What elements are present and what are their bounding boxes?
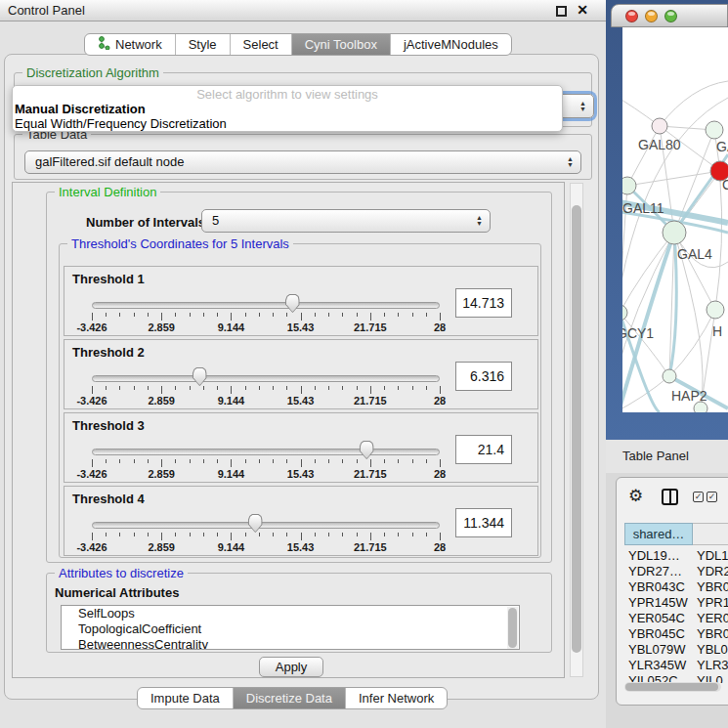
slider-thumb[interactable]	[248, 514, 263, 533]
GAL4-node[interactable]	[663, 221, 686, 244]
threshold-slider[interactable]: -3.4262.8599.14415.4321.71528	[92, 340, 440, 410]
slider-tick	[342, 386, 343, 390]
dropdown-item[interactable]: Equal Width/Frequency Discretization	[13, 116, 562, 131]
tab-discretize-data[interactable]: Discretize Data	[234, 688, 346, 708]
slider-tick	[245, 459, 246, 463]
dropdown-prompt[interactable]: Select algorithm to view settings	[13, 87, 562, 102]
table-cell: YBL079W	[624, 642, 693, 658]
dropdown-item[interactable]: Manual Discretization	[13, 102, 562, 116]
slider-tick-label: 21.715	[354, 321, 387, 333]
slider-thumb[interactable]	[360, 441, 374, 459]
threshold-value-field[interactable]: 11.344	[455, 508, 512, 537]
number-of-intervals-combo[interactable]: 5 ▲▼	[201, 209, 491, 233]
HAP2-node[interactable]	[663, 369, 676, 383]
slider-tick	[231, 313, 232, 321]
slider-tick-label: 28	[434, 468, 446, 480]
slider-tick	[217, 459, 218, 463]
slider-track[interactable]	[92, 522, 440, 529]
attributes-list-scrollbar[interactable]	[507, 607, 518, 650]
table-row[interactable]: YLR345WYLR3	[624, 658, 728, 673]
settings-vertical-scrollbar[interactable]	[570, 183, 583, 677]
table-row[interactable]: YDR27…YDR2	[624, 564, 728, 579]
minimize-traffic-light-icon[interactable]	[645, 10, 658, 22]
slider-tick	[357, 459, 358, 463]
tab-impute-data[interactable]: Impute Data	[138, 688, 234, 708]
table-row[interactable]: YER054CYER0	[624, 611, 728, 626]
right-node[interactable]	[707, 301, 724, 319]
slider-tick	[245, 386, 246, 390]
slider-tick	[357, 386, 358, 390]
close-traffic-light-icon[interactable]	[625, 10, 638, 22]
slider-tick-label: 21.715	[354, 468, 387, 480]
slider-track[interactable]	[92, 302, 440, 309]
tab-cyni-toolbox[interactable]: Cyni Toolbox	[292, 34, 391, 55]
table-horizontal-scrollbar[interactable]	[624, 682, 721, 692]
tab-jactivemnodules[interactable]: jActiveMNodules	[391, 34, 511, 55]
slider-tick	[357, 533, 358, 536]
gear-icon[interactable]: ⚙	[628, 486, 643, 506]
threshold-slider[interactable]: -3.4262.8599.14415.4321.71528	[92, 413, 440, 484]
cyni-mode-tab-bar: Impute DataDiscretize DataInfer Network	[137, 687, 448, 709]
slider-tick-label: -3.426	[76, 468, 107, 480]
slider-tick	[231, 386, 232, 394]
slider-tick	[440, 313, 441, 321]
threshold-value-field[interactable]: 6.316	[455, 362, 512, 391]
threshold-value-field[interactable]: 14.713	[455, 288, 512, 318]
slider-tick	[175, 459, 176, 463]
interval-definition-group: Interval Definition Number of Intervals …	[46, 192, 552, 563]
threshold-panel: Threshold 2-3.4262.8599.14415.4321.71528…	[64, 339, 538, 409]
slider-thumb-face	[286, 295, 299, 312]
tab-network[interactable]: Network	[85, 34, 176, 55]
table-row[interactable]: YBL079WYBL0	[624, 642, 728, 658]
threshold-value-field[interactable]: 21.4	[455, 435, 512, 464]
slider-tick	[342, 313, 343, 317]
threshold-slider[interactable]: -3.4262.8599.14415.4321.71528	[92, 267, 440, 337]
slider-thumb[interactable]	[193, 367, 207, 386]
slider-tick-label: 15.43	[287, 541, 315, 553]
GAL80-node[interactable]	[652, 118, 667, 134]
slider-track[interactable]	[92, 449, 440, 455]
float-window-icon[interactable]	[556, 6, 567, 17]
table-column-header[interactable]: shared…	[624, 523, 693, 545]
table-row[interactable]: YPR145WYPR1	[624, 595, 728, 611]
table-column-header[interactable]: na	[693, 523, 728, 545]
table-data-combo[interactable]: galFiltered.sif default node ▲▼	[24, 150, 581, 174]
attribute-list-item[interactable]: BetweennessCentrality	[62, 637, 519, 650]
slider-tick	[412, 533, 413, 536]
split-columns-icon[interactable]	[662, 489, 678, 505]
tab-select[interactable]: Select	[231, 34, 292, 55]
panel-tab-bar: NetworkStyleSelectCyni ToolboxjActiveMNo…	[84, 33, 512, 56]
GAL11-node[interactable]	[622, 177, 636, 194]
table-cell: YER0	[693, 611, 728, 626]
slider-tick	[426, 459, 427, 463]
checkbox-icon[interactable]: ✓	[707, 492, 717, 502]
slider-tick	[217, 386, 218, 390]
slider-track[interactable]	[92, 375, 440, 382]
table-row[interactable]: YBR043CYBR0	[624, 579, 728, 595]
close-icon[interactable]: ✕	[577, 2, 588, 18]
network-canvas[interactable]: GAL80GACGAL11GAL4GCY1HHAP2	[622, 27, 728, 412]
tab-label: Impute Data	[150, 691, 220, 706]
GCY1-node[interactable]	[622, 305, 627, 321]
attribute-list-item[interactable]: TopologicalCoefficient	[62, 621, 519, 637]
slider-tick	[92, 386, 93, 394]
slider-tick	[134, 459, 135, 463]
table-row[interactable]: YBR045CYBR0	[624, 626, 728, 642]
node-label: C	[722, 177, 728, 193]
algorithm-dropdown: Select algorithm to view settings Manual…	[12, 85, 563, 132]
apply-button[interactable]: Apply	[259, 657, 323, 677]
tab-infer-network[interactable]: Infer Network	[346, 688, 447, 708]
attribute-list-item[interactable]: SelfLoops	[62, 606, 519, 621]
slider-tick	[273, 386, 274, 390]
slider-tick	[161, 386, 162, 394]
tab-style[interactable]: Style	[176, 34, 231, 55]
slider-tick-label: 28	[434, 541, 446, 553]
top-right-node[interactable]	[706, 121, 723, 139]
slider-tick	[245, 313, 246, 317]
table-row[interactable]: YDL19…YDL1	[624, 548, 728, 564]
threshold-slider[interactable]: -3.4262.8599.14415.4321.71528	[92, 487, 440, 557]
slider-thumb[interactable]	[285, 294, 300, 313]
checkbox-icon[interactable]: ✓	[693, 492, 704, 502]
slider-tick-label: 2.859	[148, 468, 175, 480]
zoom-traffic-light-icon[interactable]	[664, 10, 677, 22]
